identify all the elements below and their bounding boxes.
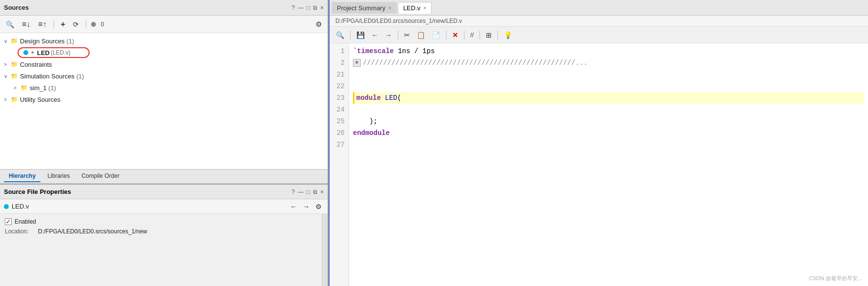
sources-header: Sources ? — □ ⧉ × — [0, 0, 328, 16]
editor-search-button[interactable]: 🔍 — [333, 30, 347, 40]
restore-icon[interactable]: □ — [307, 4, 310, 11]
project-summary-close[interactable]: × — [388, 5, 391, 11]
search-button[interactable]: 🔍 — [4, 19, 16, 29]
status-dot — [91, 22, 96, 27]
timescale-value: 1ns / 1ps — [398, 46, 435, 57]
code-line-26: endmodule — [353, 127, 864, 139]
folder-icon-design-sources: 📁 — [11, 38, 18, 44]
etb-divider-6 — [498, 31, 498, 39]
sfp-enabled-label: Enabled — [15, 218, 36, 225]
float-icon[interactable]: ⧉ — [313, 4, 317, 11]
code-content[interactable]: `timescale 1ns / 1ps ⊕//////////////////… — [349, 43, 868, 286]
folder-icon-constraints: 📁 — [11, 61, 18, 68]
sfp-restore-icon[interactable]: □ — [307, 189, 310, 195]
sfp-location-value: D:/FPGA/LED0/LED0.srcs/sources_1/new — [38, 228, 147, 235]
sfp-close-icon[interactable]: × — [320, 189, 324, 195]
line-num-1: 1 — [333, 45, 345, 57]
minimize-icon[interactable]: — — [298, 4, 304, 11]
tab-compile-order[interactable]: Compile Order — [76, 171, 124, 182]
sfp-panel: Source File Properties ? — □ ⧉ × LED.v ←… — [0, 184, 328, 286]
sfp-header-icons: ? — □ ⧉ × — [292, 189, 324, 195]
tree-item-simulation-sources[interactable]: ∨ 📁 Simulation Sources (1) — [0, 70, 328, 82]
settings-button[interactable]: ⚙ — [314, 19, 324, 30]
tree-item-design-sources[interactable]: ∨ 📁 Design Sources (1) — [0, 35, 328, 47]
sfp-forward-button[interactable]: → — [301, 202, 312, 211]
module-keyword: module — [356, 93, 385, 103]
sources-toolbar: 🔍 ≡↓ ≡↑ + ⟳ 0 ⚙ — [0, 16, 328, 33]
timescale-keyword: `timescale — [353, 46, 398, 57]
tree-area: ∨ 📁 Design Sources (1) ✦ LED (LED.v) > 📁… — [0, 33, 328, 169]
code-line-22 — [353, 80, 864, 92]
tree-item-led[interactable]: ✦ LED (LED.v) — [0, 47, 328, 58]
sfp-help-icon[interactable]: ? — [292, 189, 295, 195]
led-v-label: LED.v — [403, 4, 420, 12]
tree-item-utility-sources[interactable]: > 📁 Utility Sources — [0, 94, 328, 105]
line-num-21: 21 — [333, 69, 345, 80]
editor-hint-button[interactable]: 💡 — [501, 30, 515, 40]
tree-item-sim1[interactable]: > 📁 sim_1 (1) — [0, 82, 328, 94]
led-status-dot — [23, 50, 28, 55]
module-name: LED — [385, 93, 397, 103]
etb-divider-1 — [350, 31, 351, 39]
enabled-checkbox[interactable]: ✓ — [5, 218, 12, 225]
code-line-2: ⊕///////////////////////////////////////… — [353, 57, 864, 69]
code-line-27 — [353, 139, 864, 151]
editor-back-button[interactable]: ← — [369, 30, 381, 40]
tree-item-constraints[interactable]: > 📁 Constraints — [0, 58, 328, 70]
editor-comment-button[interactable]: // — [468, 30, 476, 40]
cursor-indicator — [353, 92, 354, 104]
editor-save-button[interactable]: 💾 — [354, 30, 367, 40]
editor-cut-button[interactable]: ✂ — [402, 30, 412, 40]
divider-2 — [86, 20, 86, 29]
code-editor[interactable]: 1 2 21 22 23 24 25 26 27 `timescale 1ns … — [330, 43, 868, 286]
sources-title: Sources — [4, 4, 29, 11]
code-line-24 — [353, 104, 864, 115]
watermark: CSDN @最早的早安... — [809, 275, 862, 282]
line-numbers: 1 2 21 22 23 24 25 26 27 — [330, 43, 349, 286]
add-button[interactable]: + — [59, 19, 67, 30]
code-line-23: module LED( — [353, 92, 864, 104]
led-filename: LED — [37, 49, 50, 57]
folder-icon-sim1: 📁 — [20, 84, 28, 91]
expand-all-button[interactable]: ≡↓ — [20, 19, 32, 30]
led-v-close[interactable]: × — [424, 5, 426, 11]
tab-led-v[interactable]: LED.v × — [398, 2, 432, 14]
collapse-all-button[interactable]: ≡↑ — [36, 19, 48, 30]
sfp-float-icon[interactable]: ⧉ — [313, 189, 317, 195]
comment-line-2: ////////////////////////////////////////… — [363, 57, 588, 68]
sfp-settings-button[interactable]: ⚙ — [314, 202, 324, 211]
tab-libraries[interactable]: Libraries — [42, 171, 74, 182]
arrow-design-sources: ∨ — [4, 38, 11, 44]
sfp-location-row: Location: D:/FPGA/LED0/LED0.srcs/sources… — [5, 227, 317, 236]
editor-grid-button[interactable]: ⊞ — [483, 30, 494, 40]
fold-button-2[interactable]: ⊕ — [353, 59, 361, 67]
closing-paren: ); — [353, 116, 377, 127]
close-icon[interactable]: × — [320, 4, 324, 11]
line-num-2: 2 — [333, 57, 345, 69]
sfp-title: Source File Properties — [4, 188, 71, 195]
sfp-body: ✓ Enabled Location: D:/FPGA/LED0/LED0.sr… — [0, 214, 322, 286]
label-utility-sources: Utility Sources — [20, 96, 60, 103]
refresh-button[interactable]: ⟳ — [71, 19, 81, 29]
code-line-21 — [353, 69, 864, 80]
tab-project-summary[interactable]: Project Summary × — [332, 2, 397, 14]
endmodule-keyword: endmodule — [353, 128, 390, 138]
line-num-22: 22 — [333, 80, 345, 92]
sfp-filename: LED.v — [12, 203, 29, 210]
sfp-minimize-icon[interactable]: — — [298, 189, 304, 195]
etb-divider-3 — [446, 31, 446, 39]
tab-hierarchy[interactable]: Hierarchy — [4, 171, 40, 182]
editor-delete-button[interactable]: ✕ — [450, 30, 461, 40]
help-icon[interactable]: ? — [292, 4, 295, 11]
sfp-header: Source File Properties ? — □ ⧉ × — [0, 185, 328, 199]
label-sim1: sim_1 (1) — [30, 84, 56, 92]
editor-paste-button[interactable]: 📄 — [429, 30, 443, 40]
editor-copy-button[interactable]: 📋 — [414, 30, 427, 40]
sfp-scrollbar[interactable] — [322, 214, 328, 286]
sources-tabs: Hierarchy Libraries Compile Order — [0, 169, 328, 184]
folder-icon-simulation-sources: 📁 — [11, 73, 18, 79]
arrow-constraints: > — [4, 62, 11, 67]
sfp-back-button[interactable]: ← — [288, 202, 299, 211]
editor-forward-button[interactable]: → — [383, 30, 394, 40]
etb-divider-5 — [480, 31, 480, 39]
